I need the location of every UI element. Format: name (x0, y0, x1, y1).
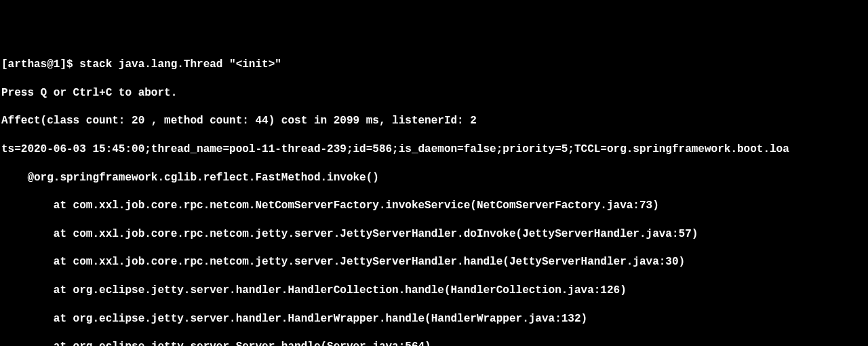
terminal-prompt-line: [arthas@1]$ stack java.lang.Thread "<ini… (1, 58, 867, 72)
stack-frame: at com.xxl.job.core.rpc.netcom.jetty.ser… (1, 255, 867, 269)
stack-frame: at com.xxl.job.core.rpc.netcom.NetComSer… (1, 199, 867, 213)
stack-frame: at com.xxl.job.core.rpc.netcom.jetty.ser… (1, 227, 867, 242)
stack-frame: at org.eclipse.jetty.server.handler.Hand… (1, 284, 867, 298)
terminal-invoke-line: @org.springframework.cglib.reflect.FastM… (1, 171, 867, 185)
terminal-thread-info: ts=2020-06-03 15:45:00;thread_name=pool-… (1, 142, 867, 157)
stack-frame: at org.eclipse.jetty.server.Server.handl… (1, 340, 867, 346)
terminal-affect-line: Affect(class count: 20 , method count: 4… (1, 114, 867, 128)
stack-frame: at org.eclipse.jetty.server.handler.Hand… (1, 312, 867, 326)
terminal-abort-hint: Press Q or Ctrl+C to abort. (1, 86, 867, 100)
